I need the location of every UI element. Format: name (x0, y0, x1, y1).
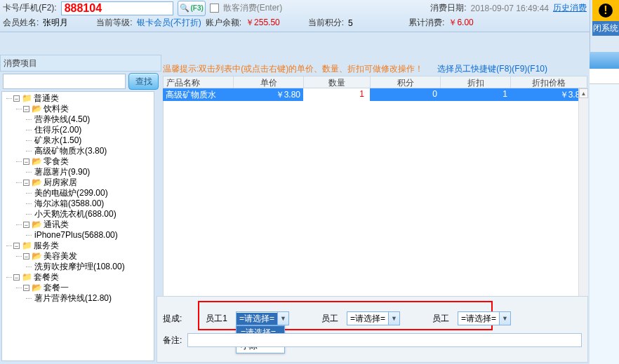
search-icon: 🔍 (180, 4, 189, 13)
level-value: 银卡会员(不打折) (137, 17, 201, 29)
product-search-input[interactable] (3, 74, 126, 89)
tree-item[interactable]: 住得乐(2.00) (34, 125, 81, 135)
tree-item[interactable]: 矿泉水(1.50) (34, 135, 81, 145)
history-link[interactable]: 历史消费 (553, 2, 587, 14)
cell-qty[interactable]: 1 (303, 88, 370, 101)
bottom-panel: 提成: 员工1 =请选择= ▼ =请选择= 小陈 员工 =请选择= ▼ 员工 =… (157, 296, 588, 363)
tree-item[interactable]: 小天鹅洗衣机(688.00) (34, 209, 117, 219)
remark-input[interactable] (187, 333, 582, 347)
cell-points: 0 (370, 88, 440, 101)
close-system-button[interactable]: 闭系统 (592, 21, 619, 36)
folder-icon: 📁 (22, 241, 32, 250)
tree-subcategory[interactable]: 零食类 (44, 156, 69, 166)
tree-expander[interactable]: − (23, 253, 29, 259)
tree-category[interactable]: 服务类 (34, 241, 59, 250)
col-discount[interactable]: 折扣 (441, 76, 511, 88)
grid-row[interactable]: 高级矿物质水 ￥3.80 1 0 1 ￥3.80 (163, 88, 587, 101)
header-row-1: 卡号/手机(F2): 🔍 (F3) 散客消费(Enter) 消费日期: 2018… (3, 0, 587, 16)
walkin-label: 散客消费(Enter) (223, 2, 283, 14)
chevron-down-icon: ▼ (388, 312, 399, 325)
folder-icon: 📁 (22, 93, 32, 103)
balance-value: ￥255.50 (246, 17, 280, 29)
f3-search-button[interactable]: 🔍 (F3) (178, 1, 206, 16)
tree-category[interactable]: 套餐类 (34, 272, 59, 282)
chevron-down-icon: ▼ (499, 312, 510, 325)
tree-item[interactable]: 薯愿薯片(9.90) (34, 167, 90, 177)
tree-subcategory[interactable]: 美容美发 (44, 251, 77, 261)
section-title: 消费项目 (0, 55, 161, 72)
tree-subcategory[interactable]: 厨房家居 (44, 177, 77, 187)
side-blue-band (590, 52, 619, 69)
tree-expander[interactable]: − (13, 243, 20, 249)
tree-subcategory[interactable]: 通讯类 (44, 220, 69, 229)
emp3-select[interactable]: =请选择= ▼ (458, 311, 511, 325)
tree-item[interactable]: iPhone7Plus(5688.00) (34, 230, 118, 240)
folder-icon: 📂 (32, 177, 42, 187)
commission-label: 提成: (163, 313, 182, 325)
cell-discprice: ￥3.80 (510, 88, 587, 101)
tree-expander[interactable]: − (23, 285, 29, 291)
folder-icon: 📁 (22, 272, 32, 282)
tree-expander[interactable]: − (23, 106, 29, 112)
tree-subcategory[interactable]: 套餐一 (44, 283, 69, 292)
category-tree[interactable]: −📁普通类−📂饮料类营养快线(4.50)住得乐(2.00)矿泉水(1.50)高级… (1, 91, 154, 361)
hint-text: 温馨提示:双击列表中(或点击右键)的单价、数量、折扣可做修改操作！ (163, 63, 423, 75)
col-points[interactable]: 积分 (371, 76, 441, 88)
scroll-up-icon[interactable]: ▲ (579, 88, 588, 98)
member-name-value: 张明月 (43, 17, 92, 29)
folder-icon: 📂 (32, 283, 42, 292)
side-white-strip (590, 69, 619, 84)
tree-expander[interactable]: − (23, 222, 29, 228)
emp3-label: 员工 (432, 313, 449, 325)
emp2-label: 员工 (321, 313, 338, 325)
total-spend-label: 累计消费: (408, 17, 444, 29)
search-button[interactable]: 查找 (128, 73, 159, 90)
side-content (590, 84, 619, 364)
date-value: 2018-09-07 16:49:44 (471, 4, 549, 13)
col-discprice[interactable]: 折扣价格 (511, 76, 587, 88)
member-name-label: 会员姓名: (3, 17, 39, 29)
tree-item[interactable]: 洗剪吹按摩护理(108.00) (34, 262, 125, 271)
search-row: 查找 (0, 72, 161, 91)
emp2-select[interactable]: =请选择= ▼ (347, 311, 400, 325)
grid-header: 产品名称 单价 数量 积分 折扣 折扣价格 (163, 76, 587, 88)
walkin-checkbox[interactable] (210, 4, 219, 13)
tree-item[interactable]: 美的电磁炉(299.00) (34, 188, 108, 198)
cell-discount[interactable]: 1 (440, 88, 510, 101)
remark-row: 备注: (163, 333, 582, 347)
warning-icon[interactable] (592, 0, 619, 21)
cell-name: 高级矿物质水 (163, 88, 233, 101)
tree-item[interactable]: 营养快线(4.50) (34, 114, 90, 124)
commission-row: 提成: 员工1 =请选择= ▼ =请选择= 小陈 员工 =请选择= ▼ 员工 =… (163, 306, 511, 330)
header-row-2: 会员姓名: 张明月 当前等级: 银卡会员(不打折) 账户余额: ￥255.50 … (3, 16, 587, 32)
tree-expander[interactable]: − (13, 274, 20, 281)
emp1-label: 员工1 (206, 313, 227, 325)
top-header: 卡号/手机(F2): 🔍 (F3) 散客消费(Enter) 消费日期: 2018… (0, 0, 590, 32)
points-label: 当前积分: (308, 17, 344, 29)
emp1-select[interactable]: =请选择= ▼ =请选择= 小陈 (236, 311, 289, 325)
tree-subcategory[interactable]: 饮料类 (44, 104, 69, 114)
col-qty[interactable]: 数量 (304, 76, 371, 88)
f3-label: (F3) (191, 4, 204, 12)
date-label: 消费日期: (430, 2, 466, 14)
tree-item[interactable]: 高级矿物质水(3.80) (34, 146, 107, 156)
tree-expander[interactable]: − (23, 180, 29, 186)
grid-body[interactable] (163, 101, 587, 296)
tree-expander[interactable]: − (13, 95, 20, 102)
tree-expander[interactable]: − (23, 159, 29, 165)
tree-item[interactable]: 海尔冰箱(3588.00) (34, 198, 104, 208)
staff-shortcut-hint: 选择员工快捷键(F8)(F9)(F10) (437, 63, 547, 75)
total-spend-value: ￥6.00 (448, 17, 473, 29)
side-area: 闭系统 (590, 0, 619, 364)
tree-item[interactable]: 薯片营养快线(12.80) (34, 293, 112, 303)
card-number-input[interactable] (61, 1, 173, 15)
balance-label: 账户余额: (206, 17, 241, 29)
col-product[interactable]: 产品名称 (164, 76, 234, 88)
folder-icon: 📂 (32, 104, 42, 114)
cell-price[interactable]: ￥3.80 (233, 88, 303, 101)
hint-row: 温馨提示:双击列表中(或点击右键)的单价、数量、折扣可做修改操作！ 选择员工快捷… (163, 63, 587, 75)
chevron-down-icon: ▼ (277, 312, 288, 325)
col-price[interactable]: 单价 (234, 76, 304, 88)
card-label: 卡号/手机(F2): (3, 2, 57, 14)
tree-category[interactable]: 普通类 (34, 93, 59, 103)
